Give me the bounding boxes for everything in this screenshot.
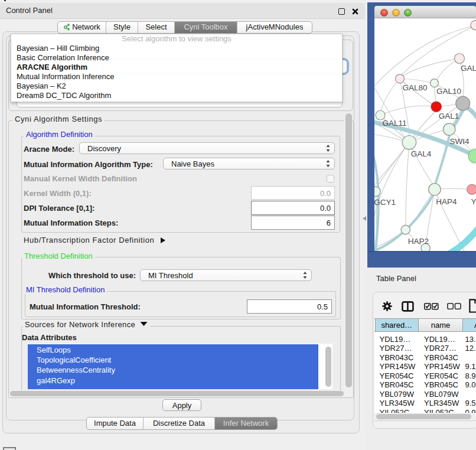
svg-text:GAL1: GAL1 (439, 112, 459, 120)
svg-text:GAL7: GAL7 (461, 64, 476, 73)
svg-text:GAL80: GAL80 (402, 83, 427, 92)
svg-text:YB: YB (471, 197, 476, 206)
svg-text:GCY1: GCY1 (374, 198, 396, 207)
svg-text:HAP4: HAP4 (436, 197, 457, 206)
svg-text:SWI4: SWI4 (449, 137, 469, 146)
svg-text:GAL10: GAL10 (436, 87, 461, 96)
svg-text:HAP2: HAP2 (408, 237, 429, 246)
svg-text:GAL4: GAL4 (411, 149, 432, 158)
svg-text:GAL11: GAL11 (382, 119, 406, 128)
